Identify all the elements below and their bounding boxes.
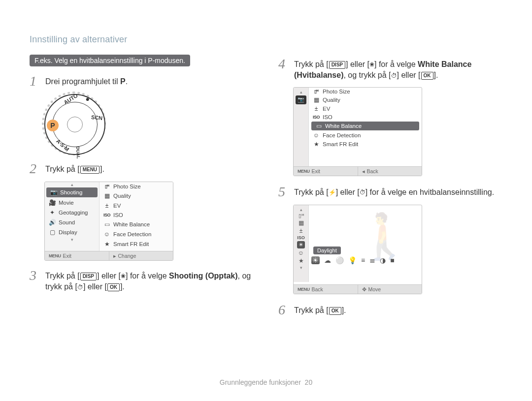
- opt-wb[interactable]: ▭White Balance: [100, 219, 173, 229]
- step-2: 2 Trykk på [MENU].: [30, 162, 254, 176]
- label: Face Detection: [113, 231, 151, 237]
- wb-option-row: ☀ ☁ ⚪ 💡 ≡ ≣ ◑ ■: [311, 256, 395, 264]
- step-number: 2: [30, 162, 40, 176]
- label: Smart FR Edit: [113, 241, 149, 247]
- size-icon: ▯ᴹ: [313, 89, 320, 94]
- opt-wb-selected[interactable]: ▭White Balance: [311, 122, 419, 130]
- step-text: Trykk på [DISP] eller [❀] for å velge Sh…: [45, 269, 254, 293]
- up-caret-icon: ▴: [300, 207, 302, 212]
- screen-body: ▴ 📷 ▯ᴹPhoto Size ▦Quality ±EV ISOISO ▭Wh…: [294, 88, 422, 166]
- wb-cloudy-icon[interactable]: ☁: [324, 256, 331, 264]
- label: ISO: [113, 212, 123, 218]
- wb-fluor1-icon[interactable]: ≡: [361, 256, 365, 264]
- text: , og trykk på [: [343, 71, 391, 79]
- label: White Balance: [113, 221, 150, 227]
- menu-item-sound[interactable]: 🔊Sound: [45, 217, 99, 227]
- menu-item-display[interactable]: ▢Display: [45, 227, 99, 237]
- step-number: 1: [30, 74, 40, 88]
- menu-item-shooting[interactable]: 📷Shooting: [46, 187, 98, 197]
- text: ].: [342, 306, 346, 314]
- menu-item-geotagging[interactable]: ✦Geotagging: [45, 208, 99, 217]
- mode-p-label: P: [120, 77, 126, 86]
- step-text: Drei programhjulet til P.: [45, 74, 128, 87]
- opt-iso[interactable]: ISOISO: [100, 211, 173, 219]
- foot-exit[interactable]: MENUExit: [45, 251, 109, 260]
- foot-back[interactable]: MENUBack: [294, 285, 358, 294]
- icon: ▦: [299, 219, 304, 226]
- dial-dual: DUAL: [75, 146, 81, 159]
- wb-fluor2-icon[interactable]: ≣: [369, 256, 375, 264]
- wb-daylight-icon[interactable]: ☀: [311, 256, 320, 264]
- text: ] eller [: [336, 188, 360, 196]
- wb-icon[interactable]: ◑: [380, 256, 386, 264]
- up-caret-icon: ▴: [300, 90, 302, 94]
- step-1: 1 Drei programhjulet til P.: [30, 74, 254, 88]
- geo-icon: ✦: [49, 209, 56, 216]
- opt-face[interactable]: ☺Face Detection: [100, 229, 173, 239]
- label: EV: [113, 203, 121, 209]
- label: Geotagging: [59, 210, 88, 216]
- menu-item-movie[interactable]: 🎥Movie: [45, 198, 99, 208]
- wb-icon[interactable]: ⚪: [335, 256, 344, 264]
- face-icon: ☺: [313, 132, 320, 139]
- iso-icon: ISO: [103, 213, 110, 217]
- bold-text: Shooting (Opptak): [169, 272, 238, 280]
- timer-icon: ⏱: [360, 188, 366, 197]
- foot-move[interactable]: ✥Move: [358, 285, 422, 294]
- label: Exit: [63, 253, 72, 259]
- opt-iso[interactable]: ISOISO: [309, 113, 422, 121]
- text: Trykk på [: [45, 272, 80, 280]
- menu-screen: ▴ 📷Shooting 🎥Movie ✦Geotagging 🔊Sound ▢D…: [44, 182, 173, 261]
- foot-back[interactable]: ◂Back: [358, 167, 422, 176]
- opt-photosize[interactable]: ▯ᴹPhoto Size: [100, 182, 173, 191]
- face-icon: ☺: [103, 231, 110, 238]
- daylight-label: Daylight: [313, 247, 341, 254]
- label: EV: [323, 106, 330, 112]
- iso-icon: ISO: [313, 115, 320, 120]
- screen-footer: MENUBack ✥Move: [294, 284, 422, 294]
- icon: ISO: [297, 235, 305, 240]
- label: Photo Size: [323, 89, 350, 94]
- wb-custom-icon[interactable]: ■: [390, 256, 394, 264]
- move-icon: ✥: [362, 286, 366, 292]
- opt-ev[interactable]: ±EV: [309, 104, 422, 113]
- text: Trykk på [: [294, 188, 329, 196]
- opt-smartfr[interactable]: ★Smart FR Edit: [309, 140, 422, 149]
- screen-footer: MENUExit ◂Back: [294, 166, 422, 176]
- label: Back: [367, 168, 378, 174]
- label: Exit: [312, 168, 321, 174]
- label: Move: [368, 286, 381, 292]
- options-pane: ▯ᴹPhoto Size ▦Quality ±EV ISOISO ▭White …: [309, 88, 422, 166]
- step-5: 5 Trykk på [⚡] eller [⏱] for å velge en …: [278, 185, 502, 199]
- label: White Balance: [325, 123, 362, 129]
- dial-camera-icon: ●: [86, 95, 90, 103]
- example-banner: F.eks. Velg en hvitbalanseinnstilling i …: [30, 55, 190, 66]
- disp-button-icon: DISP: [80, 273, 97, 280]
- step-6: 6 Trykk på [OK].: [278, 303, 502, 317]
- foot-change[interactable]: ▸Change: [109, 251, 173, 260]
- opt-smartfr[interactable]: ★Smart FR Edit: [100, 239, 173, 249]
- opt-quality[interactable]: ▦Quality: [309, 95, 422, 104]
- opt-quality[interactable]: ▦Quality: [100, 191, 173, 201]
- wb-tungsten-icon[interactable]: 💡: [348, 256, 357, 264]
- screen-footer: MENUExit ▸Change: [45, 251, 173, 260]
- wb-screen: ▴ 📷 ▯ᴹPhoto Size ▦Quality ±EV ISOISO ▭Wh…: [293, 87, 422, 176]
- dial-scn: SCN: [91, 114, 102, 121]
- star-icon: ★: [313, 141, 320, 148]
- right-column: 4 Trykk på [DISP] eller [❀] for å velge …: [278, 34, 502, 323]
- label: Shooting: [60, 189, 82, 195]
- opt-face[interactable]: ☺Face Detection: [309, 131, 422, 140]
- opt-ev[interactable]: ±EV: [100, 201, 173, 211]
- camera-icon: 📷: [50, 189, 57, 196]
- text: ].: [120, 282, 125, 291]
- step-number: 4: [278, 57, 289, 71]
- foot-exit[interactable]: MENUExit: [294, 167, 358, 176]
- menu-left-pane: ▴ 📷Shooting 🎥Movie ✦Geotagging 🔊Sound ▢D…: [45, 182, 100, 251]
- text: ].: [434, 71, 438, 79]
- movie-icon: 🎥: [49, 199, 56, 206]
- icon: ±: [299, 227, 303, 234]
- step-text: Trykk på [OK].: [294, 303, 346, 316]
- label: Quality: [323, 97, 340, 103]
- opt-photosize[interactable]: ▯ᴹPhoto Size: [309, 88, 422, 95]
- ev-icon: ±: [103, 202, 110, 209]
